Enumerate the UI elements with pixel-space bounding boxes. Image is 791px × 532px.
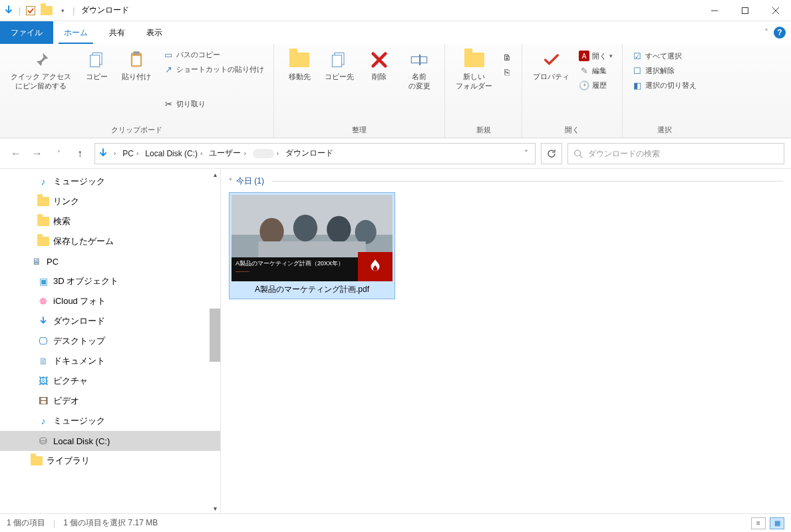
scrollbar-thumb[interactable] [210,309,220,362]
cut-button[interactable]: ✂ 切り取り [160,97,267,110]
tab-home[interactable]: ホーム [53,21,98,44]
svg-point-16 [293,215,317,241]
copy-path-button[interactable]: ▭ パスのコピー [160,48,267,61]
forward-button[interactable]: → [28,144,47,163]
svg-rect-5 [133,51,139,55]
crumb-downloads[interactable]: ダウンロード [284,148,335,159]
sidebar-item-music-2[interactable]: ♪ミュージック [0,411,220,431]
properties-button[interactable]: プロパティ [529,48,573,82]
select-all-button[interactable]: ☑ すべて選択 [629,49,699,63]
libraries-icon [31,455,43,467]
scroll-up-arrow[interactable]: ▴ [210,169,220,180]
desktop-icon: 🖵 [37,335,49,347]
crumb-user[interactable]: › [251,149,281,158]
maximize-button[interactable] [730,1,760,21]
folder-icon [37,196,49,207]
folder-icon[interactable] [41,5,53,17]
search-icon [573,149,583,158]
open-button[interactable]: A 開く▾ [576,49,615,63]
navigation-bar: ← → ˅ ↑ › PC› Local Disk (C:)› ユーザー› › ダ… [0,138,791,169]
checkbox-icon[interactable] [25,5,37,17]
search-input[interactable] [588,149,778,158]
window-title: ダウンロード [81,5,129,16]
tab-view[interactable]: 表示 [136,21,173,44]
select-all-icon: ☑ [632,51,643,61]
dropdown-icon[interactable]: ▾ [57,5,69,17]
sidebar-item-search[interactable]: 検索 [0,211,220,231]
sidebar-item-links[interactable]: リンク [0,192,220,211]
scroll-down-arrow[interactable]: ▾ [210,503,220,513]
crumb-disk[interactable]: Local Disk (C:)› [144,149,205,158]
documents-icon: 🗎 [37,355,49,367]
paste-shortcut-button[interactable]: ↗ ショートカットの貼り付け [160,63,267,76]
crumb-sep[interactable]: › [111,150,118,157]
new-folder-icon [464,49,485,70]
download-arrow-icon [37,315,49,327]
sidebar-item-documents[interactable]: 🗎ドキュメント [0,351,220,371]
delete-button[interactable]: 削除 [361,48,398,82]
select-none-button[interactable]: ☐ 選択解除 [629,64,699,77]
easy-access-button[interactable]: ⎘ [499,65,515,78]
ribbon-group-organize: 移動先 コピー先 削除 名前 の変更 整理 [274,44,445,138]
refresh-button[interactable] [541,143,562,164]
crumb-pc[interactable]: PC› [121,149,141,158]
sidebar-item-3d-objects[interactable]: ▣3D オブジェクト [0,271,220,291]
invert-selection-button[interactable]: ◧ 選択の切り替え [629,78,699,92]
copy-button[interactable]: コピー [78,48,115,82]
rename-button[interactable]: 名前 の変更 [400,48,438,92]
sidebar-item-local-disk[interactable]: ⛁Local Disk (C:) [0,431,220,451]
paste-shortcut-icon: ↗ [163,64,174,74]
videos-icon: 🎞 [37,395,49,407]
view-thumbnails-button[interactable]: ▦ [770,517,784,529]
new-item-button[interactable]: 🗎 [499,51,515,64]
file-list[interactable]: ˅ 今日 (1) ✓ A製品のマーケティング計画（20XX年）――― [221,169,791,513]
back-button[interactable]: ← [7,144,25,163]
group-header-today[interactable]: ˅ 今日 (1) [229,176,783,187]
paste-button[interactable]: 貼り付け [118,48,155,82]
help-icon[interactable]: ? [774,27,786,39]
collapse-ribbon-icon[interactable]: ˄ [764,28,768,37]
file-item[interactable]: ✓ A製品のマーケティング計画（20XX年）――― A製品のマーケティング計画.… [229,192,395,299]
view-details-button[interactable]: ≡ [751,517,766,529]
status-selected: 1 個の項目を選択 7.17 MB [63,517,158,529]
sidebar-item-libraries[interactable]: ライブラリ [0,451,220,471]
history-button[interactable]: 🕑 履歴 [576,78,615,92]
history-icon: 🕑 [579,80,589,90]
sidebar-item-desktop[interactable]: 🖵デスクトップ [0,331,220,351]
sidebar-item-pictures[interactable]: 🖼ピクチャ [0,371,220,391]
close-button[interactable] [760,1,791,21]
easy-access-icon: ⎘ [502,66,512,77]
svg-rect-0 [27,6,35,15]
tab-share[interactable]: 共有 [98,21,136,44]
tab-file[interactable]: ファイル [0,21,53,44]
recent-dropdown[interactable]: ˅ [49,144,68,163]
music-icon: ♪ [37,176,49,188]
svg-point-11 [575,150,581,156]
address-dropdown[interactable]: ˅ [520,149,532,158]
crumb-users[interactable]: ユーザー› [208,148,248,159]
up-button[interactable]: ↑ [71,144,89,163]
sidebar-item-downloads[interactable]: ダウンロード [0,311,220,331]
rename-icon [408,49,430,70]
minimize-button[interactable] [699,1,730,21]
move-to-button[interactable]: 移動先 [281,48,318,82]
copy-to-icon [329,49,350,70]
copy-to-button[interactable]: コピー先 [321,48,358,82]
download-arrow-icon [3,5,15,17]
sidebar-item-videos[interactable]: 🎞ビデオ [0,391,220,411]
sidebar-item-music[interactable]: ♪ミュージック [0,172,220,192]
pdf-badge-icon [358,252,393,281]
address-bar[interactable]: › PC› Local Disk (C:)› ユーザー› › ダウンロード ˅ [94,143,536,164]
icloud-icon: ❁ [37,295,49,307]
edit-button[interactable]: ✎ 編集 [576,64,615,77]
pin-quick-access-button[interactable]: クイック アクセス にピン留めする [7,48,75,92]
sidebar-item-icloud-photos[interactable]: ❁iCloud フォト [0,291,220,311]
status-item-count: 1 個の項目 [7,517,45,529]
search-box[interactable] [567,143,784,164]
ribbon-group-select: ☑ すべて選択 ☐ 選択解除 ◧ 選択の切り替え 選択 [623,44,706,138]
sidebar-item-saved-games[interactable]: 保存したゲーム [0,231,220,251]
sidebar-item-pc[interactable]: 🖥PC [0,251,220,271]
navigation-pane[interactable]: ▴ ♪ミュージック リンク 検索 保存したゲーム 🖥PC ▣3D オブジェクト … [0,169,221,513]
scissors-icon: ✂ [163,98,174,109]
new-folder-button[interactable]: 新しい フォルダー [452,48,496,92]
